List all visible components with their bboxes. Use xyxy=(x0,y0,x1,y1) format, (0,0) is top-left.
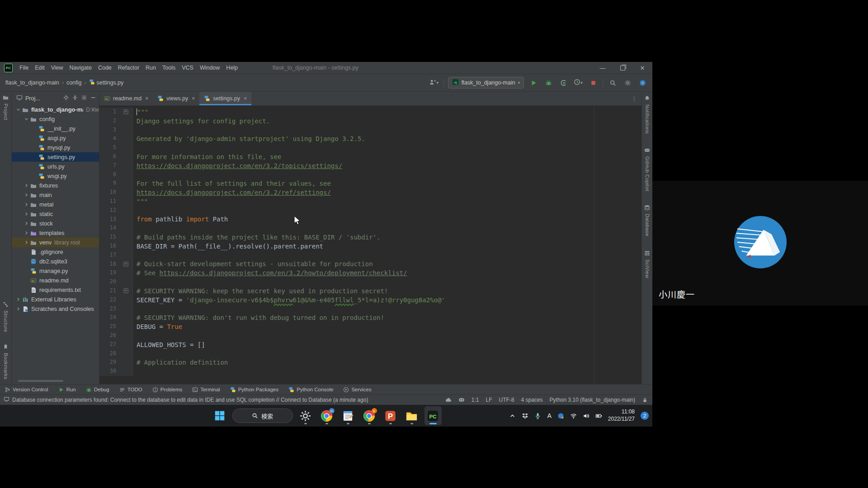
chevron-right-icon[interactable] xyxy=(23,221,30,226)
taskbar-notepad-app[interactable] xyxy=(340,406,357,425)
close-button[interactable]: ✕ xyxy=(632,62,652,74)
tool-window-run[interactable]: Run xyxy=(58,387,76,393)
status-item[interactable]: 1:1 xyxy=(472,397,479,403)
tree-item-stock[interactable]: stock xyxy=(12,219,99,228)
tree-item-mysql-py[interactable]: mysql.py xyxy=(12,143,99,152)
status-item[interactable]: UTF-8 xyxy=(499,397,514,403)
participant-video-tile[interactable]: 小川慶一 xyxy=(652,181,868,305)
tool-stripe-github-copilot[interactable]: GitHub Copilot xyxy=(644,147,650,191)
tab-settings-py[interactable]: settings.py× xyxy=(199,92,251,105)
close-tab-icon[interactable]: × xyxy=(244,95,247,102)
tool-stripe-database[interactable]: Database xyxy=(644,205,650,236)
taskbar-settings-app[interactable] xyxy=(297,406,314,425)
tray-dropbox[interactable] xyxy=(522,413,528,419)
menu-help[interactable]: Help xyxy=(223,62,241,74)
chevron-right-icon[interactable] xyxy=(23,192,30,197)
chevron-right-icon[interactable] xyxy=(23,230,30,235)
menu-view[interactable]: View xyxy=(48,62,66,74)
taskbar-chrome-profile-1[interactable] xyxy=(318,406,335,425)
tree-item-manage-py[interactable]: manage.py xyxy=(12,266,99,276)
tree-item-main[interactable]: main xyxy=(12,190,99,200)
hide-panel-icon[interactable] xyxy=(90,94,96,102)
tray-hidden-icons-chevron[interactable] xyxy=(509,413,516,419)
tool-windows-icon[interactable] xyxy=(4,396,9,404)
tree-item--init-py[interactable]: __init__.py xyxy=(12,124,99,133)
tool-stripe-structure[interactable]: Structure xyxy=(3,301,9,332)
tool-window-problems[interactable]: Problems xyxy=(152,387,183,393)
status-item[interactable]: Python 3.10 (flask_to_django-main) xyxy=(550,397,635,403)
editor-body[interactable]: 1−"""2Django settings for config project… xyxy=(99,106,642,384)
chevron-down-icon[interactable] xyxy=(23,117,30,122)
tray-microphone[interactable] xyxy=(534,413,541,419)
status-message[interactable]: Database connection parameters found: Co… xyxy=(12,397,368,403)
tray-volume[interactable] xyxy=(583,413,590,419)
restore-button[interactable] xyxy=(613,62,632,74)
tree-item-templates[interactable]: templates xyxy=(12,228,99,238)
tree-item-wsgi-py[interactable]: wsgi.py xyxy=(12,171,99,181)
more-tabs-icon[interactable]: ⋮ xyxy=(627,92,642,105)
fold-marker[interactable]: − xyxy=(119,108,133,117)
tree-item-static[interactable]: static xyxy=(12,209,99,219)
tool-stripe-notifications[interactable]: Notifications xyxy=(644,95,650,134)
chevron-right-icon[interactable] xyxy=(23,202,30,207)
stop-button[interactable] xyxy=(588,77,599,88)
taskbar-pycharm-app[interactable]: PC xyxy=(425,406,442,425)
vcs-widget-button[interactable]: ▾ xyxy=(429,77,439,88)
tool-window-debug[interactable]: Debug xyxy=(86,387,109,393)
tree-item-requirements-txt[interactable]: requirements.txt xyxy=(12,285,99,295)
breadcrumb-item[interactable]: flask_to_django-main xyxy=(5,80,59,86)
taskbar-powerpoint-app[interactable]: P xyxy=(382,406,399,425)
select-opened-file-icon[interactable] xyxy=(63,94,69,102)
tool-stripe-bookmarks[interactable]: Bookmarks xyxy=(3,344,9,380)
tree-item-scratches-and-consoles[interactable]: Scratches and Consoles xyxy=(12,304,99,314)
panel-options-gear-icon[interactable] xyxy=(81,94,87,102)
tool-stripe-sciview[interactable]: SciView xyxy=(644,250,650,278)
menu-edit[interactable]: Edit xyxy=(32,62,48,74)
chevron-right-icon[interactable] xyxy=(23,240,30,245)
chevron-down-icon[interactable] xyxy=(14,107,22,112)
status-item[interactable]: LF xyxy=(486,397,492,403)
run-configuration-select[interactable]: dj flask_to_django-main ▾ xyxy=(448,77,524,89)
settings-button[interactable] xyxy=(622,77,633,88)
tool-window-python-packages[interactable]: Python Packages xyxy=(230,387,279,393)
tool-window-services[interactable]: Services xyxy=(343,387,371,393)
tool-window-terminal[interactable]: Terminal xyxy=(192,387,220,393)
tray-wifi[interactable] xyxy=(570,413,577,419)
taskbar-search[interactable]: 検索 xyxy=(232,408,293,423)
search-everywhere-button[interactable] xyxy=(607,77,618,88)
breadcrumb-item[interactable]: settings.py xyxy=(97,80,124,86)
tree-item-venv[interactable]: venvlibrary root xyxy=(12,238,99,247)
chevron-right-icon[interactable] xyxy=(14,297,22,302)
tool-stripe-project[interactable]: Project xyxy=(3,94,9,120)
menu-run[interactable]: Run xyxy=(142,62,159,74)
coverage-button[interactable] xyxy=(558,77,569,88)
code-with-me-button[interactable] xyxy=(637,77,648,88)
tree-item-asgi-py[interactable]: asgi.py xyxy=(12,133,99,143)
taskbar-chrome-profile-2[interactable]: k xyxy=(361,406,378,425)
profiler-button[interactable]: ▾ xyxy=(573,77,584,88)
tree-item-db2-sqlite3[interactable]: db2.sqlite3 xyxy=(12,257,99,266)
tab-readme-md[interactable]: M↓readme.md× xyxy=(99,92,153,105)
notification-count-badge[interactable]: 2 xyxy=(641,412,649,420)
tree-item-settings-py[interactable]: settings.py xyxy=(12,152,99,162)
tool-window-todo[interactable]: TODO xyxy=(119,387,142,393)
fold-marker[interactable]: − xyxy=(119,260,133,269)
menu-file[interactable]: File xyxy=(16,62,32,74)
tab-views-py[interactable]: views.py× xyxy=(153,92,199,105)
tool-window-python-console[interactable]: Python Console xyxy=(288,387,333,393)
chevron-right-icon[interactable] xyxy=(14,306,22,311)
menu-navigate[interactable]: Navigate xyxy=(66,62,95,74)
tool-window-version-control[interactable]: Version Control xyxy=(5,387,48,393)
tree-item-urls-py[interactable]: urls.py xyxy=(12,162,99,171)
collapse-all-icon[interactable] xyxy=(72,94,78,102)
tree-item--gitignore[interactable]: .gitignore xyxy=(12,247,99,257)
status-item[interactable]: 4 spaces xyxy=(521,397,543,403)
tree-item-metal[interactable]: metal xyxy=(12,200,99,209)
chevron-right-icon[interactable] xyxy=(23,211,30,216)
close-tab-icon[interactable]: × xyxy=(192,95,195,102)
menu-code[interactable]: Code xyxy=(95,62,115,74)
tree-item-external-libraries[interactable]: External Libraries xyxy=(12,295,99,304)
menu-refactor[interactable]: Refactor xyxy=(115,62,142,74)
horizontal-scrollbar[interactable] xyxy=(18,380,63,382)
tree-item-config[interactable]: config xyxy=(12,114,99,124)
